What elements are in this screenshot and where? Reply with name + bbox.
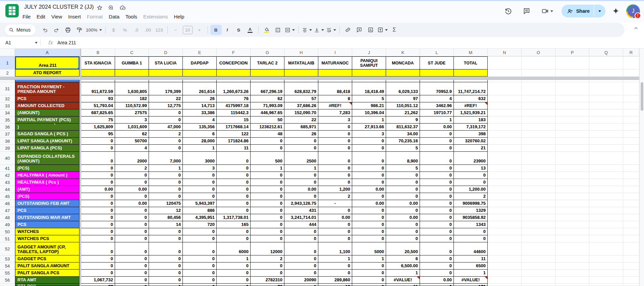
cell-G54[interactable]: 0 — [251, 263, 284, 270]
collapse-toolbar-button[interactable] — [633, 26, 639, 31]
cell-B57[interactable]: 77 — [81, 284, 115, 286]
cell-G32[interactable]: 62 — [251, 95, 284, 102]
cell-N[interactable] — [488, 95, 522, 102]
insert-link-button[interactable] — [342, 25, 354, 35]
cell-P[interactable] — [555, 152, 589, 165]
cell-J33[interactable]: 986.21 — [352, 102, 386, 109]
cell-P[interactable] — [555, 228, 589, 235]
cell-Q[interactable] — [589, 124, 623, 131]
cell-M1[interactable]: TOTAL — [454, 56, 488, 69]
cell-R[interactable] — [623, 186, 639, 193]
cell-J57[interactable]: 0 — [352, 284, 386, 286]
cell-B1[interactable]: STA IGNACIA — [81, 56, 115, 69]
cell-E53[interactable]: 0 — [183, 255, 217, 263]
cell-H38[interactable]: 0 — [284, 138, 318, 145]
cell-F35[interactable]: 15 — [217, 116, 251, 124]
cell-O[interactable] — [522, 116, 555, 124]
merge-cells-button[interactable] — [284, 25, 296, 35]
cell-C57[interactable]: 0 — [115, 284, 149, 286]
cell-C54[interactable]: 0 — [115, 263, 149, 270]
cell-I48[interactable]: 0.00 — [318, 214, 352, 221]
cell-D38[interactable]: 0 — [149, 138, 183, 145]
cell-Q[interactable] — [589, 102, 623, 109]
cell-C43[interactable]: 0 — [115, 179, 149, 186]
cell-I50[interactable]: 0 — [318, 228, 352, 235]
cell-K2[interactable] — [386, 69, 420, 77]
cell-F30[interactable] — [217, 80, 251, 82]
cell-D48[interactable]: 80,456 — [149, 214, 183, 221]
cell-E32[interactable]: 26 — [183, 95, 217, 102]
column-header-P[interactable]: P — [555, 49, 589, 56]
cell-H36[interactable]: 685,971 — [284, 124, 318, 131]
cell-O[interactable] — [522, 56, 555, 69]
cell-Q[interactable] — [589, 186, 623, 193]
redo-button[interactable] — [51, 25, 62, 35]
cell-K31[interactable]: 6,029,133 — [386, 82, 420, 95]
cell-R[interactable] — [623, 69, 639, 77]
row-label-54[interactable]: PALIT SANGLA AMOUNT — [15, 263, 79, 270]
cell-K34[interactable]: 21,262 — [386, 109, 420, 116]
cell-O[interactable] — [522, 193, 555, 200]
cell-R[interactable] — [623, 82, 639, 95]
cell-M57[interactable]: 171 — [454, 284, 488, 286]
cell-D37[interactable]: 2 — [149, 131, 183, 138]
cell-I42[interactable]: 0 — [318, 172, 352, 179]
row-header-52[interactable]: 52 — [0, 242, 15, 255]
cell-J51[interactable]: 0 — [352, 235, 386, 242]
row-label-36[interactable]: SAGAD SANGLA ( AMOUNT ) — [15, 124, 79, 131]
undo-button[interactable] — [39, 25, 51, 35]
cell-O[interactable] — [522, 124, 555, 131]
row-header-51[interactable]: 51 — [0, 235, 15, 242]
cell-F37[interactable]: 122 — [217, 131, 251, 138]
cell-Q[interactable] — [589, 165, 623, 172]
row-header-37[interactable]: 37 — [0, 131, 15, 138]
cell-H40[interactable]: 2500 — [284, 152, 318, 165]
cell-F48[interactable]: 1,317,738.01 — [217, 214, 251, 221]
cell-Q[interactable] — [589, 131, 623, 138]
cell-R[interactable] — [623, 242, 639, 255]
cell-H47[interactable]: 431 — [284, 207, 318, 214]
cell-L47[interactable]: 0 — [420, 207, 454, 214]
cloud-status-icon[interactable] — [119, 4, 126, 11]
cell-K56[interactable]: #VALUE! — [386, 277, 420, 284]
cell-I2[interactable] — [318, 69, 352, 77]
cell-Q[interactable] — [589, 69, 623, 77]
cell-E54[interactable]: 0 — [183, 263, 217, 270]
cell-I46[interactable]: - — [318, 200, 352, 207]
cell-R[interactable] — [623, 263, 639, 270]
cell-P[interactable] — [555, 207, 589, 214]
cell-K33[interactable]: 110,051.12 — [386, 102, 420, 109]
cell-K47[interactable]: 0 — [386, 207, 420, 214]
cell-R[interactable] — [623, 56, 639, 69]
cell-R[interactable] — [623, 277, 639, 284]
cell-L53[interactable]: 0 — [420, 255, 454, 263]
meet-button[interactable] — [538, 4, 557, 18]
cell-B31[interactable]: 911,672.59 — [81, 82, 115, 95]
cell-B41[interactable]: 0 — [81, 165, 115, 172]
cell-O[interactable] — [522, 200, 555, 207]
cell-G53[interactable]: 2 — [251, 255, 284, 263]
cell-P[interactable] — [555, 124, 589, 131]
cell-E30[interactable] — [183, 80, 217, 82]
cell-O[interactable] — [522, 255, 555, 263]
cell-Q[interactable] — [589, 284, 623, 286]
cell-G33[interactable]: 71,993.09 — [251, 102, 284, 109]
cell-M45[interactable]: 2 — [454, 193, 488, 200]
cell-R[interactable] — [623, 138, 639, 145]
cell-B48[interactable]: 0 — [81, 214, 115, 221]
cell-B37[interactable]: 95 — [81, 131, 115, 138]
cell-C51[interactable]: 0 — [115, 235, 149, 242]
cell-B32[interactable]: 93 — [81, 95, 115, 102]
cell-E49[interactable]: 720 — [183, 221, 217, 228]
cell-F42[interactable]: 0 — [217, 172, 251, 179]
menu-tools[interactable]: Tools — [122, 12, 140, 21]
column-header-D[interactable]: D — [149, 49, 183, 56]
cell-H31[interactable]: 628,832.79 — [284, 82, 318, 95]
cell-H1[interactable]: MATATALAIB — [284, 56, 318, 69]
cell-G34[interactable]: 446,967.65 — [251, 109, 284, 116]
row-header-2[interactable]: 2 — [0, 69, 15, 77]
cell-O[interactable] — [522, 221, 555, 228]
row-label-46[interactable]: OUTSTANDING FEB AMT — [15, 200, 79, 207]
cell-L1[interactable]: ST JUDE — [420, 56, 454, 69]
cell-H50[interactable]: 0 — [284, 228, 318, 235]
